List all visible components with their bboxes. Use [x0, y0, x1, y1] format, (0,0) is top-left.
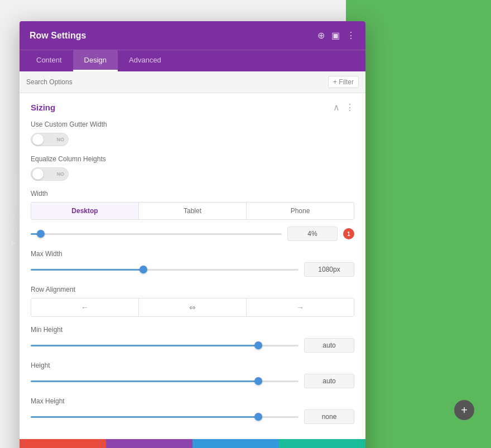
tab-advanced[interactable]: Advanced — [118, 50, 172, 71]
height-slider-row: auto — [31, 374, 354, 388]
search-input[interactable] — [26, 78, 328, 86]
tab-design[interactable]: Design — [73, 50, 118, 71]
max-width-slider[interactable] — [31, 264, 299, 275]
equalize-columns-toggle[interactable]: NO — [31, 167, 69, 181]
tab-phone[interactable]: Phone — [247, 203, 354, 219]
width-label: Width — [31, 190, 354, 197]
align-right[interactable]: → — [247, 298, 354, 316]
align-center[interactable]: ⇔ — [139, 298, 247, 316]
layout-icon[interactable]: ▣ — [331, 30, 340, 41]
min-height-value: auto — [304, 338, 354, 353]
tab-content[interactable]: Content — [25, 50, 73, 71]
dots-menu-icon[interactable]: ⋮ — [346, 30, 355, 41]
align-left[interactable]: ← — [31, 298, 139, 316]
tab-desktop[interactable]: Desktop — [31, 203, 139, 219]
background-green — [346, 0, 491, 448]
height-row: Height auto — [31, 362, 354, 388]
equalize-columns-label: Equalize Column Heights — [31, 155, 354, 163]
section-header: Sizing ∧ ⋮ — [31, 102, 354, 113]
tab-bar: Content Design Advanced — [20, 50, 365, 71]
search-bar: + Filter — [20, 71, 365, 93]
max-height-row: Max Height none — [31, 397, 354, 424]
min-height-label: Min Height — [31, 326, 354, 334]
width-slider-row: 4% 1 — [31, 227, 354, 241]
equalize-toggle-value: NO — [57, 171, 65, 177]
modal-header: Row Settings ⊕ ▣ ⋮ — [20, 21, 365, 50]
settings-content: Sizing ∧ ⋮ Use Custom Gutter Width NO Eq… — [20, 93, 365, 439]
height-slider[interactable] — [31, 375, 299, 387]
max-height-slider-row: none — [31, 410, 354, 424]
device-tabs: Desktop Tablet Phone — [31, 202, 354, 220]
max-width-slider-row: 1080px — [31, 262, 354, 277]
header-icons: ⊕ ▣ ⋮ — [317, 30, 355, 41]
max-width-row: Max Width 1080px — [31, 250, 354, 277]
row-alignment-row: Row Alignment ← ⇔ → — [31, 286, 354, 317]
max-height-slider[interactable] — [31, 411, 299, 422]
add-button[interactable]: + — [454, 400, 474, 420]
collapse-icon[interactable]: ∧ — [333, 102, 340, 113]
toggle-knob — [32, 134, 44, 145]
undo-button[interactable]: ↺ — [106, 439, 192, 448]
height-value: auto — [304, 374, 354, 388]
save-button[interactable]: ✓ — [279, 439, 365, 448]
width-slider[interactable] — [31, 228, 282, 239]
max-height-value: none — [304, 410, 354, 424]
row-alignment-label: Row Alignment — [31, 286, 354, 293]
cancel-button[interactable]: ✕ — [20, 439, 106, 448]
filter-button[interactable]: + Filter — [328, 76, 359, 88]
min-height-slider[interactable] — [31, 340, 299, 351]
target-icon[interactable]: ⊕ — [317, 30, 325, 41]
max-width-label: Max Width — [31, 250, 354, 258]
min-height-slider-row: auto — [31, 338, 354, 353]
custom-gutter-row: Use Custom Gutter Width NO — [31, 121, 354, 146]
max-width-value: 1080px — [304, 262, 354, 277]
section-menu-icon[interactable]: ⋮ — [345, 102, 354, 113]
width-row: Width Desktop Tablet Phone 4% 1 — [31, 190, 354, 241]
redo-button[interactable]: ↻ — [192, 439, 279, 448]
custom-gutter-toggle[interactable]: NO — [31, 133, 69, 146]
section-controls: ∧ ⋮ — [333, 102, 354, 113]
width-badge[interactable]: 1 — [343, 228, 354, 239]
alignment-options: ← ⇔ → — [31, 298, 354, 317]
equalize-columns-row: Equalize Column Heights NO — [31, 155, 354, 181]
height-label: Height — [31, 362, 354, 369]
toggle-value: NO — [57, 137, 65, 142]
min-height-row: Min Height auto — [31, 326, 354, 353]
custom-gutter-label: Use Custom Gutter Width — [31, 121, 354, 128]
bottom-bar: ✕ ↺ ↻ ✓ — [20, 439, 365, 448]
tab-tablet[interactable]: Tablet — [139, 203, 247, 219]
equalize-toggle-knob — [32, 168, 44, 180]
modal-title: Row Settings — [30, 31, 86, 41]
section-title: Sizing — [31, 103, 55, 112]
max-height-label: Max Height — [31, 397, 354, 405]
row-settings-modal: Row Settings ⊕ ▣ ⋮ Content Design Advanc… — [20, 21, 365, 448]
width-value: 4% — [287, 227, 338, 241]
